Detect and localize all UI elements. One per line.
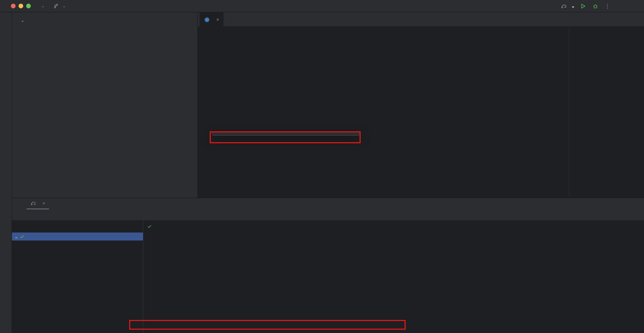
close-icon[interactable]: × bbox=[216, 17, 219, 22]
chevron-down-icon: ⌄ bbox=[41, 4, 44, 8]
run-tab[interactable]: × bbox=[26, 198, 49, 209]
editor-tab[interactable]: C × bbox=[200, 12, 223, 27]
chevron-down-icon: ⌄ bbox=[21, 18, 24, 22]
tool-window-strip bbox=[0, 12, 12, 333]
git-branch-icon bbox=[53, 3, 59, 9]
run-button[interactable] bbox=[579, 2, 587, 11]
editor: C × bbox=[198, 12, 644, 198]
check-icon bbox=[19, 234, 25, 239]
minimize-button[interactable] bbox=[19, 4, 23, 8]
chevron-down-icon: ⌄ bbox=[13, 234, 19, 239]
test-results-row[interactable]: ⌄ bbox=[12, 233, 143, 240]
chevron-down-icon: ⌄ bbox=[62, 4, 65, 8]
right-margin-guide bbox=[569, 27, 569, 198]
check-icon bbox=[147, 223, 152, 229]
more-vertical-icon[interactable]: ⋮ bbox=[603, 2, 612, 11]
gradle-icon bbox=[30, 201, 36, 206]
test-toolbar bbox=[12, 220, 143, 233]
project-widget[interactable]: ⌄ bbox=[40, 4, 44, 8]
zoom-button[interactable] bbox=[26, 4, 31, 8]
window-controls bbox=[11, 4, 31, 8]
branch-widget[interactable]: ⌄ bbox=[53, 3, 65, 9]
run-config-selector[interactable]: ⌄ bbox=[561, 3, 575, 9]
class-icon: C bbox=[204, 17, 210, 22]
chevron-down-icon: ⌄ bbox=[571, 3, 575, 9]
debug-button[interactable] bbox=[591, 2, 600, 11]
run-toolbar bbox=[12, 209, 644, 220]
gradle-icon bbox=[561, 3, 567, 9]
test-results-panel: ⌄ bbox=[12, 220, 143, 333]
title-bar: ⌄ ⌄ ⌄ ⋮ bbox=[0, 0, 644, 12]
editor-tab-bar: C × bbox=[198, 12, 644, 27]
project-panel-header[interactable]: ⌄ bbox=[12, 12, 197, 28]
project-panel: ⌄ bbox=[12, 12, 198, 198]
run-tool-window: × ⌄ bbox=[12, 198, 644, 333]
test-status-line bbox=[143, 220, 644, 233]
close-icon[interactable]: × bbox=[42, 201, 45, 206]
close-button[interactable] bbox=[11, 4, 16, 8]
run-context-menu bbox=[212, 132, 360, 136]
svg-text:C: C bbox=[206, 18, 208, 21]
